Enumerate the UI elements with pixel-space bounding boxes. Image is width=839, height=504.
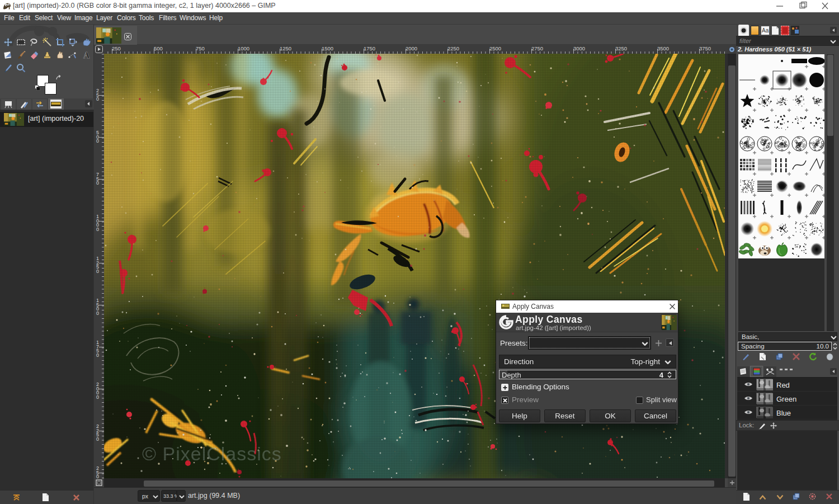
svg-text:A: A bbox=[83, 50, 90, 60]
